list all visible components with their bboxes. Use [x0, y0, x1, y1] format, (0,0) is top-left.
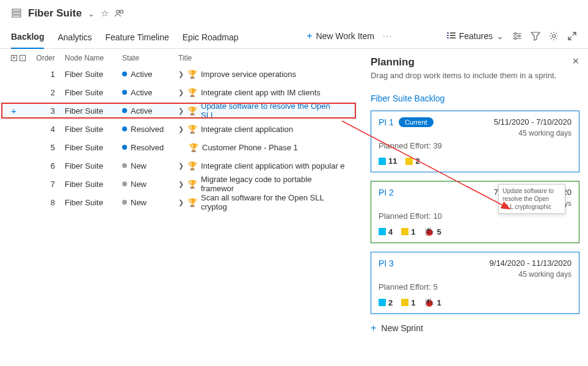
share-icon[interactable] — [115, 8, 125, 20]
panel-subtitle: Drag and drop work items to include them… — [371, 71, 579, 80]
sprint-effort: Planned Effort: 39 — [379, 141, 572, 150]
svg-point-14 — [553, 34, 556, 37]
gear-icon[interactable] — [549, 31, 559, 41]
add-icon[interactable]: + — [11, 106, 16, 116]
title-cell[interactable]: 🏆Customer Phone - Phase 1 — [178, 143, 346, 152]
backlog-link[interactable]: Fiber Suite Backlog — [371, 93, 579, 103]
bug-count: 🐞5 — [424, 227, 441, 236]
features-label: Features — [459, 31, 493, 41]
fullscreen-icon[interactable] — [567, 31, 577, 41]
tab-backlog[interactable]: Backlog — [11, 28, 44, 49]
feature-icon: 🏆 — [187, 70, 197, 79]
chevron-right-icon[interactable]: ❯ — [178, 107, 184, 115]
order-cell: 5 — [35, 143, 65, 152]
svg-rect-0 — [12, 9, 21, 11]
title-cell[interactable]: ❯🏆Scan all software for the Open SLL cry… — [178, 193, 346, 211]
sprint-card[interactable]: PI 39/14/2020 - 11/13/202045 working day… — [371, 252, 579, 314]
chevron-right-icon[interactable]: ❯ — [178, 89, 184, 97]
order-cell: 6 — [35, 161, 65, 170]
chevron-right-icon[interactable]: ❯ — [178, 125, 184, 133]
feature-icon: 🏆 — [187, 180, 197, 189]
title-cell[interactable]: ❯🏆Migrate legacy code to portable framew… — [178, 175, 346, 193]
team-icon — [11, 8, 22, 19]
more-actions-icon[interactable]: ··· — [383, 31, 393, 40]
feature-count: 11 — [379, 156, 397, 166]
item-title: Migrate legacy code to portable framewor — [201, 175, 346, 193]
order-cell: 1 — [35, 70, 65, 79]
backlog-grid: + - Order Node Name State Title 1Fiber S… — [0, 49, 357, 360]
table-row[interactable]: +3Fiber SuiteActive❯🏆Update software to … — [0, 101, 357, 120]
tab-analytics[interactable]: Analytics — [57, 29, 92, 48]
title-cell[interactable]: ❯🏆Update software to resolve the Open SL… — [178, 101, 346, 120]
feature-count: 2 — [379, 298, 393, 307]
state-cell: Active — [122, 70, 178, 79]
state-dot-icon — [122, 108, 127, 113]
page-title: Fiber Suite — [28, 7, 82, 20]
story-icon — [405, 158, 413, 165]
new-sprint-button[interactable]: + New Sprint — [371, 323, 579, 334]
item-title: Scan all software for the Open SLL crypt… — [201, 193, 346, 211]
sprint-dates: 9/14/2020 - 11/13/2020 — [490, 258, 572, 268]
col-state[interactable]: State — [122, 54, 178, 62]
chevron-right-icon[interactable]: ❯ — [178, 199, 184, 207]
story-count: 1 — [401, 298, 415, 307]
grid-header: + - Order Node Name State Title — [0, 49, 357, 65]
order-cell: 4 — [35, 125, 65, 134]
collapse-all-icon[interactable]: - — [20, 55, 26, 61]
col-title[interactable]: Title — [178, 54, 346, 62]
state-dot-icon — [122, 200, 127, 205]
tab-roadmap[interactable]: Epic Roadmap — [183, 29, 239, 48]
filter-icon[interactable] — [531, 31, 540, 41]
item-title: Integrate client application with popula… — [201, 161, 345, 170]
item-title: Customer Phone - Phase 1 — [202, 143, 298, 152]
node-cell: Fiber Suite — [65, 180, 122, 189]
chevron-right-icon[interactable]: ❯ — [178, 70, 184, 78]
sprint-name[interactable]: PI 2 — [379, 188, 394, 197]
table-row[interactable]: 5Fiber SuiteResolved🏆Customer Phone - Ph… — [0, 138, 357, 156]
state-cell: Resolved — [122, 125, 178, 134]
table-row[interactable]: 1Fiber SuiteActive❯🏆Improve service oper… — [0, 65, 357, 83]
table-row[interactable]: 8Fiber SuiteNew❯🏆Scan all software for t… — [0, 193, 357, 211]
svg-rect-5 — [447, 32, 449, 34]
table-row[interactable]: 6Fiber SuiteNew❯🏆Integrate client applic… — [0, 156, 357, 175]
title-cell[interactable]: ❯🏆Improve service operations — [178, 70, 346, 79]
sprint-card[interactable]: PI 1 Current5/11/2020 - 7/10/202045 work… — [371, 111, 579, 172]
sprint-name[interactable]: PI 3 — [379, 258, 394, 268]
table-row[interactable]: 7Fiber SuiteNew❯🏆Migrate legacy code to … — [0, 175, 357, 193]
feature-icon — [379, 299, 386, 306]
state-cell: New — [122, 198, 178, 207]
node-cell: Fiber Suite — [65, 143, 122, 152]
svg-point-12 — [518, 35, 520, 37]
bug-icon: 🐞 — [424, 298, 434, 307]
sprint-card[interactable]: PI 27/13/2020 - 9/11/202045 working days… — [371, 181, 579, 243]
chevron-right-icon[interactable]: ❯ — [178, 162, 184, 170]
state-cell: New — [122, 180, 178, 189]
feature-icon: 🏆 — [187, 106, 197, 115]
feature-count: 4 — [379, 227, 393, 236]
col-order[interactable]: Order — [35, 54, 65, 62]
tab-timeline[interactable]: Feature Timeline — [106, 29, 169, 48]
title-cell[interactable]: ❯🏆Integrate client application with popu… — [178, 161, 346, 170]
table-row[interactable]: 2Fiber SuiteActive❯🏆Integrate client app… — [0, 83, 357, 101]
chevron-down-icon[interactable]: ⌄ — [88, 9, 95, 18]
title-cell[interactable]: ❯🏆Integrate client app with IM clients — [178, 88, 346, 97]
sprint-name[interactable]: PI 1 Current — [379, 117, 434, 127]
feature-icon: 🏆 — [187, 161, 197, 170]
new-work-item-button[interactable]: + New Work Item — [307, 31, 374, 42]
table-row[interactable]: 4Fiber SuiteResolved❯🏆Integrate client a… — [0, 120, 357, 138]
new-sprint-label: New Sprint — [381, 323, 423, 333]
options-icon[interactable] — [512, 31, 522, 41]
sprint-effort: Planned Effort: 5 — [379, 282, 572, 291]
title-cell[interactable]: ❯🏆Integrate client application — [178, 125, 346, 134]
item-title: Update software to resolve the Open SLL — [201, 101, 346, 120]
close-icon[interactable]: ✕ — [572, 56, 579, 66]
bug-count: 🐞1 — [424, 298, 441, 307]
panel-title: Planning — [371, 56, 415, 68]
sprint-days: 45 working days — [494, 129, 572, 137]
features-filter-button[interactable]: Features ⌄ — [447, 31, 504, 41]
col-node[interactable]: Node Name — [65, 54, 122, 62]
expand-all-icon[interactable]: + — [11, 55, 17, 61]
favorite-icon[interactable]: ☆ — [101, 8, 109, 19]
chevron-right-icon[interactable]: ❯ — [178, 180, 184, 188]
svg-point-4 — [120, 10, 123, 13]
